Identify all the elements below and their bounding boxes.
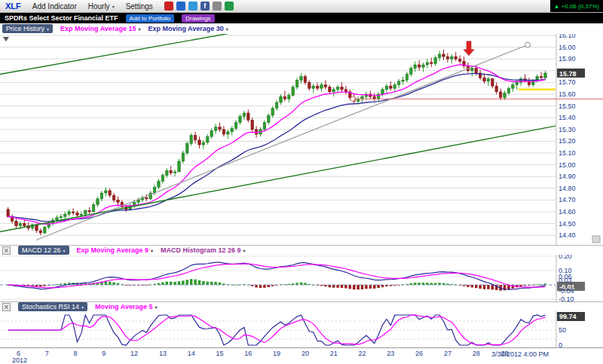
- chevron-down-icon: ▾: [226, 27, 228, 32]
- date-label: 14: [188, 350, 195, 357]
- ema30-line: [8, 74, 546, 222]
- svg-text:0.03: 0.03: [559, 277, 572, 284]
- svg-text:14.90: 14.90: [559, 173, 576, 180]
- charting-app-window: XLF Add Indicator Hourly▾ Settings f ▲+0…: [0, 0, 603, 364]
- date-label: 28: [473, 350, 480, 357]
- chevron-down-icon: ▾: [138, 27, 140, 32]
- stats-icon[interactable]: [213, 2, 222, 11]
- macd-chart[interactable]: 0.200.100.00-0.10-0.010.060.03-0.04: [0, 255, 603, 301]
- svg-text:14.70: 14.70: [559, 196, 576, 203]
- svg-text:15.50: 15.50: [559, 102, 576, 110]
- collapse-icon[interactable]: [3, 37, 9, 41]
- svg-text:14.80: 14.80: [559, 185, 576, 192]
- chevron-down-icon: ▾: [112, 5, 115, 9]
- svg-text:14.50: 14.50: [559, 220, 576, 228]
- macd-signal-label: Exp Moving Average 9: [77, 246, 148, 254]
- svg-text:15.10: 15.10: [559, 149, 576, 157]
- date-label: 20: [302, 350, 309, 357]
- date-label: 22: [359, 350, 366, 357]
- date-label: 19: [273, 350, 280, 357]
- macd-close-button[interactable]: X: [2, 246, 11, 255]
- macd-signal-legend-dropdown[interactable]: Exp Moving Average 9▾: [77, 246, 153, 254]
- svg-text:-0.04: -0.04: [559, 287, 574, 295]
- date-label: 8: [74, 350, 78, 357]
- twitter-icon[interactable]: [188, 2, 197, 11]
- date-label: 23: [387, 350, 394, 357]
- svg-text:15.00: 15.00: [559, 161, 576, 169]
- chevron-down-icon: ▾: [155, 305, 157, 310]
- macd-label: MACD 12 26: [22, 246, 61, 254]
- date-label: 27: [444, 350, 451, 357]
- ema30-legend-dropdown[interactable]: Exp Moving Average 30▾: [148, 25, 228, 32]
- svg-text:15.30: 15.30: [559, 126, 576, 133]
- ema15-label: Exp Moving Average 15: [60, 25, 136, 32]
- down-arrow-annotation[interactable]: [464, 41, 474, 56]
- stoch-close-button[interactable]: X: [2, 303, 11, 311]
- channel-lower-line[interactable]: [0, 126, 556, 231]
- interval-value: Hourly: [88, 2, 110, 11]
- macd-histogram-legend-dropdown[interactable]: MACD Histogram 12 26 9▾: [161, 246, 246, 254]
- stoch-ma-label: Moving Average 5: [95, 303, 152, 310]
- svg-text:0.20: 0.20: [559, 255, 572, 260]
- resistance-endpoint-handle[interactable]: [350, 96, 355, 101]
- price-panel-header: Price History▾ Exp Moving Average 15▾ Ex…: [0, 23, 603, 34]
- titlebar: SPDRs Select Sector Financial ETF Add to…: [0, 13, 603, 23]
- growth-icon[interactable]: [225, 2, 234, 11]
- svg-text:16.00: 16.00: [559, 44, 576, 51]
- svg-text:15.78: 15.78: [559, 70, 577, 78]
- svg-text:99.74: 99.74: [559, 313, 577, 320]
- svg-text:16.10: 16.10: [559, 34, 576, 39]
- drawings-button[interactable]: Drawings: [182, 14, 214, 23]
- date-label: 12: [130, 350, 138, 357]
- add-indicator-button[interactable]: Add Indicator: [32, 2, 77, 11]
- svg-text:14.40: 14.40: [559, 231, 576, 239]
- svg-text:-0.10: -0.10: [559, 295, 574, 301]
- interval-dropdown[interactable]: Hourly▾: [88, 2, 115, 11]
- chevron-down-icon: ▾: [47, 27, 49, 32]
- svg-text:0: 0: [559, 341, 562, 347]
- chevron-down-icon: ▾: [151, 249, 153, 253]
- ema15-legend-dropdown[interactable]: Exp Moving Average 15▾: [60, 25, 140, 32]
- price-history-dropdown[interactable]: Price History▾: [2, 24, 53, 33]
- date-label: 15: [216, 350, 224, 357]
- stoch-rsi-chart[interactable]: 50099.74: [0, 311, 603, 347]
- settings-button[interactable]: Settings: [126, 2, 153, 11]
- time-axis: 67891213141516192021222326272829 2012 3/…: [0, 347, 603, 364]
- svg-text:15.60: 15.60: [559, 90, 576, 98]
- price-chart[interactable]: 16.1016.0015.9015.8015.7015.6015.5015.40…: [0, 34, 603, 245]
- quote-change-display: ▲+0.06 (0.37%): [550, 0, 603, 12]
- add-to-portfolio-button[interactable]: Add to Portfolio: [126, 14, 175, 23]
- toolbar-icons: f: [164, 2, 234, 11]
- last-timestamp: 3/30/2012 4:00 PM: [491, 350, 549, 358]
- svg-text:15.70: 15.70: [559, 78, 576, 86]
- stoch-ma-legend-dropdown[interactable]: Moving Average 5▾: [95, 303, 157, 310]
- macd-dropdown[interactable]: MACD 12 26▾: [18, 246, 69, 255]
- date-label: 26: [415, 350, 423, 357]
- date-label: 16: [244, 350, 252, 357]
- trendline[interactable]: [36, 44, 528, 240]
- bar-chart-icon[interactable]: [176, 2, 185, 11]
- channel-upper-line[interactable]: [0, 34, 237, 74]
- svg-text:50: 50: [559, 326, 566, 334]
- macd-panel-header: X MACD 12 26▾ Exp Moving Average 9▾ MACD…: [0, 245, 603, 255]
- quote-change-value: +0.06 (0.37%): [562, 3, 599, 10]
- stoch-rsi-dropdown[interactable]: Stochastics RSI 14▾: [18, 302, 87, 311]
- date-label: 13: [159, 350, 167, 357]
- stoch-rsi-label: Stochastics RSI 14: [22, 303, 79, 310]
- svg-text:15.20: 15.20: [559, 137, 576, 145]
- trendline-endpoint-handle[interactable]: [525, 42, 531, 47]
- facebook-icon[interactable]: f: [200, 2, 210, 11]
- price-history-label: Price History: [6, 25, 44, 32]
- date-label: 7: [45, 350, 49, 357]
- scroll-corner[interactable]: [592, 236, 600, 243]
- macd-histogram-label: MACD Histogram 12 26 9: [161, 246, 241, 254]
- ema30-label: Exp Moving Average 30: [148, 25, 223, 32]
- chevron-down-icon: ▾: [243, 249, 245, 253]
- stoch-panel-header: X Stochastics RSI 14▾ Moving Average 5▾: [0, 301, 603, 311]
- symbol-input[interactable]: XLF: [5, 2, 21, 11]
- date-label: 9: [102, 350, 106, 357]
- toolbar: XLF Add Indicator Hourly▾ Settings f ▲+0…: [0, 0, 603, 13]
- svg-text:15.40: 15.40: [559, 114, 576, 121]
- alert-icon[interactable]: [164, 2, 173, 11]
- up-arrow-icon: ▲: [554, 3, 560, 10]
